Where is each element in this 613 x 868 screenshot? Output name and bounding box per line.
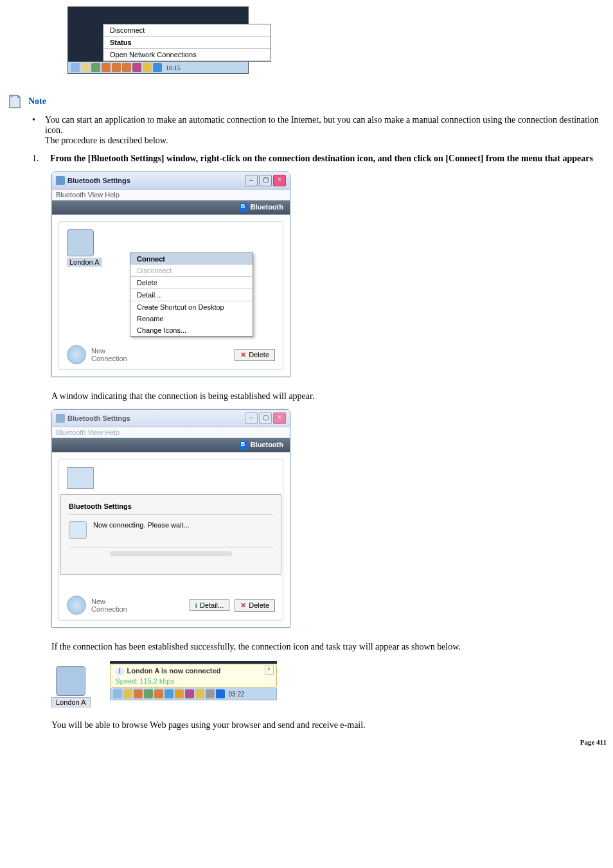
info-icon: i: [116, 667, 125, 676]
x-icon: ✕: [240, 601, 246, 610]
device-icon[interactable]: [67, 229, 94, 256]
page-number: Page 411: [6, 738, 607, 746]
menu-bar[interactable]: Bluetooth View Help: [52, 190, 290, 200]
tray-icon: [153, 63, 162, 72]
tray-icon: [112, 63, 121, 72]
step-1-text: From the [Bluetooth Settings] window, ri…: [50, 154, 593, 164]
bluetooth-settings-window: Bluetooth Settings – ▢ × Bluetooth View …: [51, 172, 290, 377]
task-tray: 03:22: [110, 688, 277, 700]
delete-button[interactable]: ✕Delete: [235, 599, 275, 612]
new-connection-icon[interactable]: [67, 345, 86, 364]
bluetooth-settings-window-connecting: Bluetooth Settings – ▢ × Bluetooth View …: [51, 409, 290, 628]
tray-icon: [123, 689, 132, 698]
dialog-text: Now connecting. Please wait...: [93, 521, 190, 529]
tray-icon: [144, 689, 153, 698]
ctx-detail[interactable]: Detail...: [130, 289, 253, 301]
device-label: London A: [67, 258, 102, 267]
tray-icon: [206, 689, 215, 698]
tray-icon: [154, 689, 163, 698]
window-icon: [56, 414, 65, 423]
detail-button[interactable]: iDetail...: [190, 599, 229, 611]
bluetooth-logo-icon: [239, 441, 248, 450]
close-button[interactable]: ×: [273, 175, 286, 186]
tray-icon: [71, 63, 80, 72]
context-menu: Connect Disconnect Delete Detail... Crea…: [130, 252, 253, 337]
window-title: Bluetooth Settings: [67, 414, 245, 422]
step-number: 1.: [32, 154, 50, 164]
tray-icon: [132, 63, 141, 72]
connected-device-label: London A: [51, 697, 91, 707]
final-paragraph: You will be able to browse Web pages usi…: [51, 720, 607, 731]
close-button[interactable]: ×: [273, 412, 286, 424]
disconnect-item[interactable]: Disconnect: [103, 24, 271, 37]
minimize-button[interactable]: –: [245, 412, 258, 424]
ctx-delete[interactable]: Delete: [130, 277, 253, 288]
progress-icon: [69, 521, 87, 539]
tray-icon: [91, 63, 100, 72]
ctx-disconnect: Disconnect: [130, 265, 253, 276]
ctx-change-icons[interactable]: Change Icons...: [130, 324, 253, 336]
ctx-rename[interactable]: Rename: [130, 313, 253, 324]
note-icon: [6, 93, 23, 110]
tray-icon: [143, 63, 152, 72]
task-tray: 10:15: [68, 62, 248, 73]
tray-icon: [195, 689, 204, 698]
tray-icon: [113, 689, 122, 698]
bluetooth-banner: Bluetooth: [52, 200, 290, 215]
menu-bar: Bluetooth View Help: [52, 427, 290, 438]
svg-point-0: [11, 95, 13, 97]
tray-icon: [134, 689, 143, 698]
new-connection-label: New Connection: [91, 347, 127, 362]
maximize-button[interactable]: ▢: [259, 175, 272, 186]
ctx-shortcut[interactable]: Create Shortcut on Desktop: [130, 301, 253, 313]
after-paragraph: If the connection has been established s…: [51, 642, 607, 652]
balloon-close-icon[interactable]: ×: [265, 666, 274, 675]
clock: 10:15: [166, 64, 181, 71]
open-netconn-item[interactable]: Open Network Connections: [103, 49, 271, 61]
balloon-title: London A is now connected: [127, 667, 221, 675]
balloon-speed: Speed: 115.2 kbps: [116, 677, 271, 685]
tray-icon: [102, 63, 111, 72]
tray-icon: [175, 689, 184, 698]
connected-device-icon: London A: [51, 661, 91, 707]
clock: 03:22: [229, 691, 245, 698]
balloon-tip: × iLondon A is now connected Speed: 115.…: [110, 664, 277, 688]
note-body-1: You can start an application to make an …: [45, 115, 599, 135]
tray-icon: [185, 689, 194, 698]
tray-icon: [81, 63, 90, 72]
bluetooth-logo-icon: [239, 203, 248, 212]
tray-icon: [122, 63, 131, 72]
delete-button[interactable]: ✕Delete: [235, 349, 275, 361]
ctx-connect[interactable]: Connect: [130, 253, 253, 265]
status-item[interactable]: Status: [103, 37, 271, 49]
tray-icon: [216, 689, 225, 698]
bullet-dot: •: [32, 115, 45, 146]
maximize-button[interactable]: ▢: [259, 412, 272, 424]
bluetooth-banner: Bluetooth: [52, 438, 290, 452]
x-icon: ✕: [240, 351, 246, 359]
tray-icon: [164, 689, 173, 698]
window-icon: [56, 176, 65, 185]
window-title: Bluetooth Settings: [67, 177, 245, 184]
info-icon: i: [195, 601, 197, 609]
minimize-button[interactable]: –: [245, 175, 258, 186]
note-body-2: The procedure is described below.: [45, 136, 168, 145]
note-heading: Note: [28, 96, 46, 107]
new-connection-label: New Connection: [91, 598, 127, 613]
dialog-title: Bluetooth Settings: [69, 500, 273, 514]
mid-paragraph: A window indicating that the connection …: [51, 391, 607, 402]
new-connection-icon[interactable]: [67, 596, 86, 615]
